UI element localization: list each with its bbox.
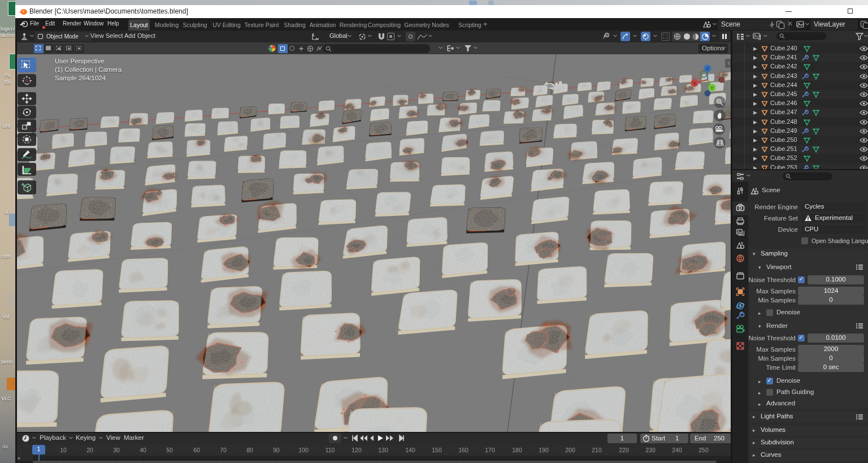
- svg-text:X: X: [693, 81, 696, 86]
- svg-text:Y: Y: [710, 85, 714, 90]
- svg-text:Z: Z: [706, 66, 709, 71]
